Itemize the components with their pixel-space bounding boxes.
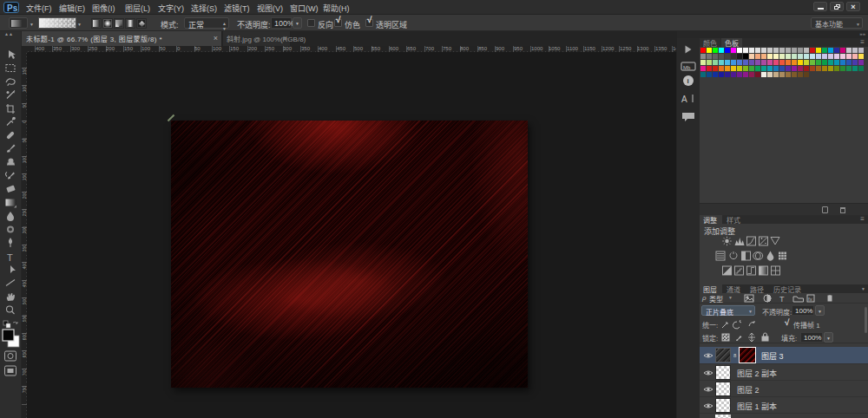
svg-text:Mb: Mb	[683, 65, 691, 70]
svg-text:T: T	[7, 252, 13, 263]
svg-text:A: A	[681, 95, 687, 104]
svg-text:fx: fx	[808, 297, 812, 302]
svg-text:i: i	[687, 77, 689, 85]
svg-text:T: T	[779, 295, 785, 304]
